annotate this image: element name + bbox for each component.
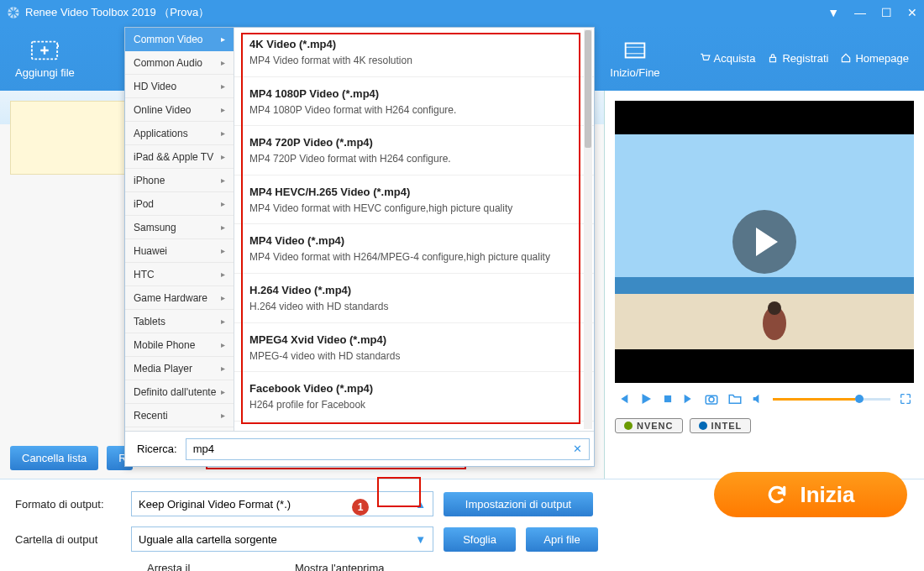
cart-icon bbox=[699, 52, 711, 64]
intel-badge: INTEL bbox=[690, 418, 752, 433]
format-item[interactable]: Facebook Video (*.mp4)H264 profile for F… bbox=[234, 372, 594, 422]
svg-point-16 bbox=[768, 301, 781, 315]
category-item[interactable]: Common Video▸ bbox=[125, 28, 234, 51]
refresh-icon bbox=[766, 484, 788, 506]
category-item[interactable]: Media Player▸ bbox=[125, 357, 234, 380]
homepage-link[interactable]: Homepage bbox=[840, 52, 909, 65]
svg-rect-13 bbox=[615, 277, 914, 296]
svg-rect-12 bbox=[615, 349, 914, 383]
minimize-icon[interactable]: — bbox=[854, 6, 866, 19]
search-input[interactable] bbox=[186, 438, 590, 460]
add-file-button[interactable]: Aggiungi file bbox=[15, 38, 75, 79]
folder-icon[interactable] bbox=[727, 391, 743, 406]
chevron-down-icon: ▼ bbox=[415, 533, 426, 546]
volume-slider[interactable] bbox=[773, 398, 890, 401]
format-popup: Common Video▸Common Audio▸HD Video▸Onlin… bbox=[124, 27, 595, 467]
stop-icon[interactable] bbox=[662, 393, 674, 405]
svg-rect-11 bbox=[615, 101, 914, 134]
category-item[interactable]: Huawei▸ bbox=[125, 239, 234, 263]
format-item[interactable]: MP4 Video (*.mp4)MP4 Video format with H… bbox=[234, 224, 594, 274]
play-icon[interactable] bbox=[638, 391, 654, 406]
prev-icon[interactable] bbox=[617, 392, 630, 406]
output-format-label: Formato di output: bbox=[15, 498, 121, 511]
fullscreen-icon[interactable] bbox=[899, 392, 912, 406]
category-item[interactable]: Online Video▸ bbox=[125, 98, 234, 122]
scrollbar[interactable] bbox=[584, 29, 592, 429]
category-item[interactable]: Game Hardware▸ bbox=[125, 286, 234, 310]
buy-link[interactable]: Acquista bbox=[699, 52, 756, 65]
title-bar: Renee Video Toolbox 2019 （Prova） ▼ — ☐ ✕ bbox=[0, 0, 924, 25]
clear-list-button[interactable]: Cancella lista bbox=[10, 446, 98, 470]
category-item[interactable]: iPad && Apple TV▸ bbox=[125, 145, 234, 169]
dropdown-icon[interactable]: ▼ bbox=[827, 6, 839, 19]
start-end-button[interactable]: Inizio/Fine bbox=[610, 38, 659, 79]
shutdown-checkbox[interactable]: Arresta il computer dopo la modifica bbox=[131, 562, 237, 571]
preview-pane: NVENC INTEL bbox=[605, 91, 924, 479]
app-title: Renee Video Toolbox 2019 （Prova） bbox=[25, 5, 209, 20]
category-item[interactable]: Mobile Phone▸ bbox=[125, 333, 234, 357]
home-icon bbox=[840, 52, 852, 64]
category-item[interactable]: iPod▸ bbox=[125, 192, 234, 216]
format-item[interactable]: 4K Video (*.mp4)MP4 Video format with 4K… bbox=[234, 28, 594, 77]
player-controls bbox=[615, 383, 914, 415]
volume-icon[interactable] bbox=[751, 392, 764, 406]
lock-icon bbox=[767, 52, 779, 64]
category-item[interactable]: iPhone▸ bbox=[125, 169, 234, 192]
category-item[interactable]: HD Video▸ bbox=[125, 75, 234, 98]
next-icon[interactable] bbox=[682, 392, 696, 406]
close-icon[interactable]: ✕ bbox=[907, 6, 917, 19]
app-logo-icon bbox=[7, 6, 20, 19]
category-item[interactable]: Recenti▸ bbox=[125, 404, 234, 427]
start-button[interactable]: Inizia bbox=[714, 472, 907, 517]
format-item[interactable]: MP4 1080P Video (*.mp4)MP4 1080P Video f… bbox=[234, 77, 594, 127]
category-item[interactable]: Common Audio▸ bbox=[125, 51, 234, 75]
video-preview bbox=[615, 101, 914, 383]
search-label: Ricerca: bbox=[137, 443, 177, 455]
svg-rect-2 bbox=[626, 43, 645, 57]
preview-checkbox[interactable]: Mostra l'anteprima durante la modifica bbox=[279, 562, 385, 571]
category-item[interactable]: Samsung▸ bbox=[125, 216, 234, 239]
category-item[interactable]: HTC▸ bbox=[125, 263, 234, 286]
format-item[interactable]: MP4 720P Video (*.mp4)MP4 720P Video for… bbox=[234, 126, 594, 175]
open-file-button[interactable]: Apri file bbox=[526, 527, 598, 552]
svg-rect-17 bbox=[664, 396, 671, 402]
register-link[interactable]: Registrati bbox=[767, 52, 828, 65]
camera-icon[interactable] bbox=[704, 391, 719, 406]
format-item[interactable]: MPEG4 Xvid Video (*.mp4)MPEG-4 video wit… bbox=[234, 323, 594, 373]
svg-rect-5 bbox=[770, 57, 776, 61]
format-item[interactable]: H.264 Video (*.mp4)H.264 video with HD s… bbox=[234, 274, 594, 323]
category-item[interactable]: Definito dall'utente▸ bbox=[125, 380, 234, 404]
format-list: 4K Video (*.mp4)MP4 Video format with 4K… bbox=[234, 28, 594, 431]
format-item[interactable]: MP4 HEVC/H.265 Video (*.mp4)MP4 Video fo… bbox=[234, 175, 594, 225]
category-item[interactable]: Tablets▸ bbox=[125, 310, 234, 333]
output-settings-button[interactable]: Impostazioni di output bbox=[444, 492, 593, 516]
svg-point-19 bbox=[709, 397, 714, 402]
category-list: Common Video▸Common Audio▸HD Video▸Onlin… bbox=[125, 28, 234, 431]
search-row: Ricerca: ✕ bbox=[125, 431, 594, 466]
output-folder-label: Cartella di output bbox=[15, 533, 121, 546]
clear-search-icon[interactable]: ✕ bbox=[573, 443, 582, 455]
output-folder-select[interactable]: Uguale alla cartella sorgente▼ bbox=[131, 526, 433, 552]
chevron-up-icon: ▲ bbox=[415, 498, 426, 511]
browse-button[interactable]: Sfoglia bbox=[444, 527, 516, 552]
nvenc-badge: NVENC bbox=[615, 418, 683, 433]
category-item[interactable]: Applications▸ bbox=[125, 122, 234, 145]
output-format-select[interactable]: Keep Original Video Format (*.)▲ bbox=[131, 491, 433, 516]
maximize-icon[interactable]: ☐ bbox=[881, 6, 892, 19]
play-button[interactable] bbox=[732, 210, 796, 274]
